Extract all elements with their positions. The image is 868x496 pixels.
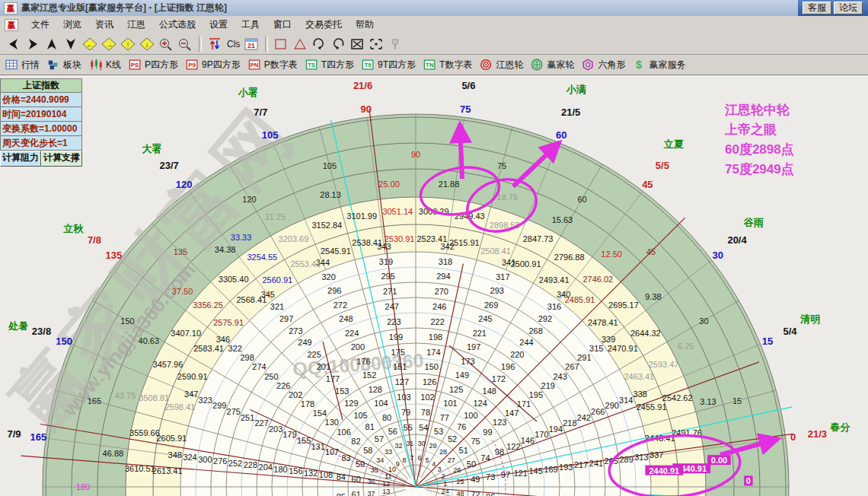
svg-text:77: 77 <box>440 413 449 422</box>
view-button-赢家轮[interactable]: 赢家轮 <box>531 58 574 72</box>
view-button-K线[interactable]: K线 <box>89 58 121 72</box>
svg-text:15: 15 <box>762 335 773 347</box>
svg-text:45: 45 <box>642 179 653 190</box>
svg-text:72: 72 <box>471 490 480 496</box>
svg-text:8: 8 <box>403 456 407 464</box>
view-button-9P四方形[interactable]: P99P四方形 <box>186 58 241 72</box>
svg-text:127: 127 <box>395 377 409 386</box>
zoom-in-icon[interactable] <box>157 36 175 52</box>
view-button-T四方形[interactable]: TST四方形 <box>305 58 354 72</box>
svg-text:2553.41: 2553.41 <box>290 259 321 269</box>
down-triangle-icon[interactable] <box>62 36 80 52</box>
diamond-right-icon[interactable]: → <box>100 36 118 52</box>
svg-text:61: 61 <box>352 490 361 496</box>
svg-text:2575.91: 2575.91 <box>213 318 244 327</box>
view-button-江恩轮[interactable]: 江恩轮 <box>480 58 523 72</box>
instrument-panel: 上证指数 价格=2440.9099 时间=20190104 变换系数=1.000… <box>0 78 82 167</box>
menu-item-0[interactable]: 文件 <box>24 16 56 33</box>
menu-item-1[interactable]: 浏览 <box>56 16 88 33</box>
rotate-ccw-icon[interactable] <box>329 36 347 52</box>
calendar-icon[interactable]: 21 <box>242 36 260 52</box>
svg-text:49: 49 <box>471 475 480 484</box>
svg-text:3101.99: 3101.99 <box>346 211 377 221</box>
menu-item-2[interactable]: 资讯 <box>88 16 120 33</box>
svg-text:324: 324 <box>183 453 196 462</box>
svg-text:11: 11 <box>385 472 391 480</box>
draw-triangle-icon[interactable] <box>291 36 309 52</box>
svg-text:81: 81 <box>365 422 375 431</box>
svg-text:31.25: 31.25 <box>265 212 286 221</box>
rotate-cw-icon[interactable] <box>310 36 328 52</box>
svg-text:3356.25: 3356.25 <box>193 300 223 310</box>
svg-text:36: 36 <box>367 478 375 485</box>
menu-item-8[interactable]: 交易委托 <box>298 16 349 33</box>
svg-text:0.00: 0.00 <box>711 456 727 465</box>
draw-square-icon[interactable] <box>272 36 290 52</box>
view-button-六角形[interactable]: 六角形 <box>582 58 625 72</box>
view-button-P四方形[interactable]: PSP四方形 <box>129 58 178 72</box>
forum-button[interactable]: 论坛 <box>834 2 863 14</box>
svg-text:55: 55 <box>404 423 413 432</box>
box-x-icon[interactable] <box>348 36 366 52</box>
svg-text:37: 37 <box>367 490 375 496</box>
diamond-left-icon[interactable]: ← <box>81 36 99 52</box>
prev-arrow-icon[interactable] <box>5 36 23 52</box>
menu-item-3[interactable]: 江恩 <box>120 16 152 33</box>
svg-text:218: 218 <box>563 418 576 428</box>
view-button-T数字表[interactable]: TNT数字表 <box>423 58 472 72</box>
view-button-9T四方形[interactable]: T99T四方形 <box>362 58 416 72</box>
svg-text:3610.51: 3610.51 <box>125 464 155 473</box>
svg-text:$: $ <box>637 59 643 71</box>
view-button-赢家服务[interactable]: $赢家服务 <box>633 58 685 72</box>
svg-text:293: 293 <box>490 286 504 295</box>
svg-text:2485.91: 2485.91 <box>565 295 595 304</box>
box-center-icon[interactable] <box>367 36 385 52</box>
svg-text:60: 60 <box>556 129 566 141</box>
svg-text:52: 52 <box>448 434 457 444</box>
svg-text:291: 291 <box>577 353 591 362</box>
svg-text:101: 101 <box>443 399 457 408</box>
calc-resistance-button[interactable]: 计算阻力 <box>0 151 41 167</box>
up-triangle-icon[interactable] <box>43 36 61 52</box>
svg-text:15: 15 <box>732 396 742 405</box>
calc-support-button[interactable]: 计算支撑 <box>41 151 82 167</box>
view-button-label: 板块 <box>63 59 81 72</box>
menu-item-7[interactable]: 窗口 <box>266 16 298 33</box>
svg-text:193: 193 <box>559 463 573 472</box>
svg-text:6.25: 6.25 <box>678 342 694 351</box>
PS-icon: PS <box>129 58 142 72</box>
view-button-板块[interactable]: 板块 <box>47 58 81 72</box>
view-button-P数字表[interactable]: PNP数字表 <box>248 58 298 72</box>
svg-text:78: 78 <box>421 408 430 417</box>
svg-text:3203.69: 3203.69 <box>279 234 309 243</box>
svg-text:谷雨: 谷雨 <box>743 217 764 228</box>
svg-text:→: → <box>105 40 113 48</box>
svg-text:124: 124 <box>473 399 487 408</box>
svg-text:177: 177 <box>326 374 340 383</box>
svg-text:135: 135 <box>105 250 122 261</box>
svg-text:34: 34 <box>376 456 384 464</box>
diamond-down-icon[interactable]: ↓ <box>138 36 156 52</box>
svg-text:33: 33 <box>385 448 392 456</box>
svg-text:30: 30 <box>418 440 426 447</box>
pin-icon[interactable] <box>386 36 404 52</box>
menu-item-5[interactable]: 设置 <box>203 16 235 33</box>
menu-item-6[interactable]: 工具 <box>235 16 266 33</box>
shift-updown-icon[interactable] <box>206 36 224 52</box>
view-button-行情[interactable]: 行情 <box>5 58 40 72</box>
next-arrow-icon[interactable] <box>24 36 42 52</box>
cls-icon[interactable]: Cls <box>225 39 242 49</box>
svg-text:清明: 清明 <box>799 313 820 325</box>
wheel-green-icon <box>531 58 544 72</box>
svg-text:179: 179 <box>282 430 296 439</box>
service-button[interactable]: 客服 <box>803 2 831 14</box>
menu-item-4[interactable]: 公式选股 <box>152 16 203 33</box>
menu-item-9[interactable]: 帮助 <box>349 16 381 33</box>
svg-text:200: 200 <box>351 342 365 351</box>
diamond-up-icon[interactable]: ↑ <box>119 36 137 52</box>
gann-eye-annotation: 江恩轮中轮 上帝之眼 60度2898点 75度2949点 <box>725 100 794 180</box>
svg-text:174: 174 <box>426 348 440 357</box>
svg-text:54: 54 <box>419 423 428 432</box>
view-button-label: T数字表 <box>439 59 472 72</box>
zoom-out-icon[interactable] <box>176 36 194 52</box>
